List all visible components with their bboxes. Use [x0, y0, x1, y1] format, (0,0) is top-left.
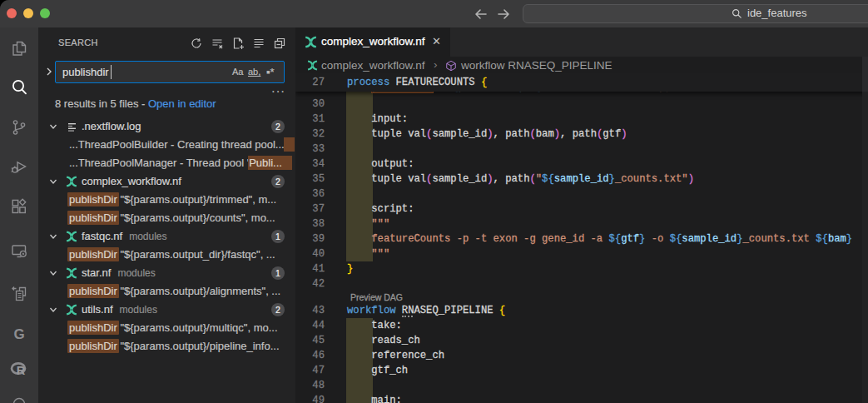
svg-text:R: R	[17, 364, 26, 377]
svg-text:G: G	[13, 326, 24, 342]
